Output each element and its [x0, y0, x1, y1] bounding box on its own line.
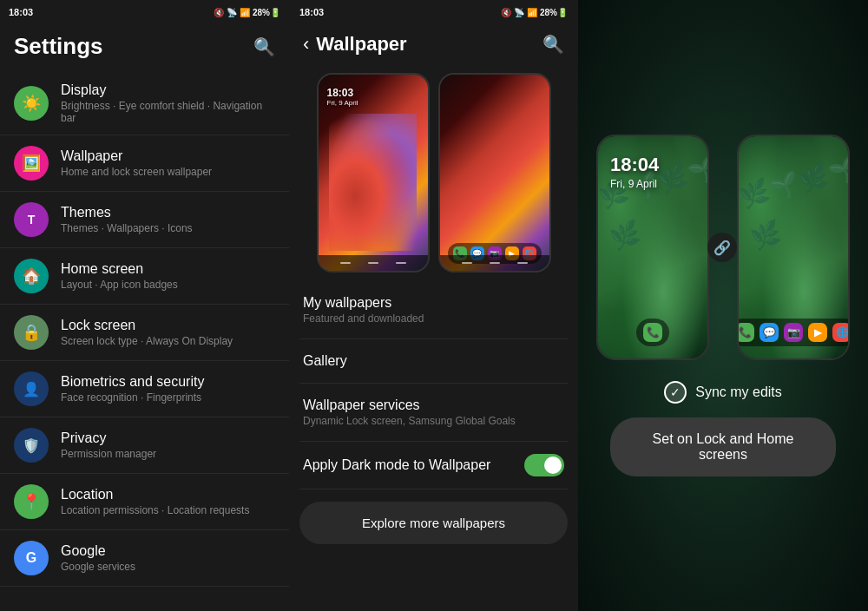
dark-mode-toggle[interactable]	[524, 454, 564, 476]
search-icon-settings[interactable]: 🔍	[253, 36, 275, 57]
big-home-preview[interactable]: 📞 💬 📷 ▶ 🌐	[737, 135, 850, 360]
big-home-dock-1: 📞	[737, 323, 754, 342]
privacy-subtitle: Permission manager	[61, 448, 275, 460]
nav-dot	[490, 262, 500, 264]
home-preview-inner: 📞 💬 📷 ▶ 🌐	[440, 75, 549, 271]
settings-item-wallpaper[interactable]: 🖼️ Wallpaper Home and lock screen wallpa…	[0, 135, 289, 192]
option-wallpaper-services[interactable]: Wallpaper services Dynamic Lock screen, …	[299, 384, 568, 442]
home-screen-text: Home screen Layout · App icon badges	[61, 261, 275, 291]
option-my-wallpapers[interactable]: My wallpapers Featured and downloaded	[299, 281, 568, 339]
lock-preview-time: 18:03 Fri, 9 April	[327, 87, 358, 107]
themes-subtitle: Themes · Wallpapers · Icons	[61, 222, 275, 234]
nav-dot	[517, 262, 528, 264]
themes-icon: T	[14, 202, 49, 237]
settings-title: Settings	[14, 33, 103, 60]
location-title: Location	[61, 487, 275, 503]
status-time-1: 18:03	[9, 7, 33, 17]
gallery-title: Gallery	[303, 353, 564, 369]
biometrics-subtitle: Face recognition · Fingerprints	[61, 391, 275, 404]
wallpaper-icon: 🖼️	[14, 146, 49, 181]
lock-screen-subtitle: Screen lock type · Always On Display	[61, 335, 275, 347]
wallpaper-header: ‹ Wallpaper 🔍	[289, 24, 578, 64]
google-title: Google	[61, 543, 275, 559]
wallpaper-subtitle: Home and lock screen wallpaper	[61, 166, 275, 178]
settings-item-location[interactable]: 📍 Location Location permissions · Locati…	[0, 474, 289, 530]
home-screen-subtitle: Layout · App icon badges	[61, 279, 275, 291]
home-screen-preview[interactable]: 📞 💬 📷 ▶ 🌐	[438, 73, 551, 273]
nav-dot	[396, 262, 406, 264]
back-button[interactable]: ‹	[303, 33, 309, 56]
display-subtitle: Brightness · Eye comfort shield · Naviga…	[61, 100, 275, 124]
privacy-text: Privacy Permission manager	[61, 430, 275, 460]
settings-item-themes[interactable]: T Themes Themes · Wallpapers · Icons	[0, 192, 289, 248]
settings-header: Settings 🔍	[0, 24, 289, 69]
wallpaper-text: Wallpaper Home and lock screen wallpaper	[61, 148, 275, 178]
settings-list: ☀️ Display Brightness · Eye comfort shie…	[0, 69, 289, 611]
big-home-dock-4: ▶	[808, 323, 827, 342]
sync-row: ✓ Sync my edits	[664, 381, 782, 404]
display-icon: ☀️	[14, 86, 49, 121]
big-lock-date: Fri, 9 April	[610, 178, 659, 190]
lock-screen-icon: 🔒	[14, 315, 49, 350]
settings-item-display[interactable]: ☀️ Display Brightness · Eye comfort shie…	[0, 72, 289, 135]
lock-screen-text: Lock screen Screen lock type · Always On…	[61, 318, 275, 347]
set-wallpaper-button[interactable]: Set on Lock and Home screens	[610, 417, 836, 476]
dark-mode-row: Apply Dark mode to Wallpaper	[299, 442, 568, 489]
option-gallery[interactable]: Gallery	[299, 339, 568, 384]
biometrics-text: Biometrics and security Face recognition…	[61, 374, 275, 404]
themes-title: Themes	[61, 205, 275, 220]
location-subtitle: Location permissions · Location requests	[61, 504, 275, 516]
location-text: Location Location permissions · Location…	[61, 487, 275, 516]
big-home-dock-5: 🌐	[832, 323, 850, 342]
home-screen-icon: 🏠	[14, 259, 49, 293]
big-lock-preview[interactable]: 18:04 Fri, 9 April 📞	[596, 135, 709, 360]
search-icon-wallpaper[interactable]: 🔍	[542, 34, 564, 55]
big-home-dock-3: 📷	[784, 323, 803, 342]
sync-label: Sync my edits	[695, 384, 782, 400]
flower-wallpaper-home	[440, 75, 549, 271]
google-icon: G	[14, 541, 49, 575]
nav-dot	[340, 262, 351, 264]
settings-item-lock-screen[interactable]: 🔒 Lock screen Screen lock type · Always …	[0, 305, 289, 361]
dark-mode-label: Apply Dark mode to Wallpaper	[303, 457, 490, 473]
display-text: Display Brightness · Eye comfort shield …	[61, 82, 275, 124]
nav-dot	[368, 262, 378, 264]
themes-text: Themes Themes · Wallpapers · Icons	[61, 205, 275, 234]
wallpaper-services-subtitle: Dynamic Lock screen, Samsung Global Goal…	[303, 415, 564, 427]
biometrics-title: Biometrics and security	[61, 374, 275, 390]
privacy-title: Privacy	[61, 430, 275, 446]
big-dock-1: 📞	[643, 323, 662, 342]
privacy-icon: 🛡️	[14, 428, 49, 463]
big-lock-time: 18:04 Fri, 9 April	[610, 154, 659, 190]
wallpaper-panel-title: Wallpaper	[316, 33, 542, 56]
google-text: Google Google services	[61, 543, 275, 573]
status-time-2: 18:03	[299, 7, 324, 17]
big-home-dock: 📞 💬 📷 ▶ 🌐	[737, 319, 850, 346]
display-title: Display	[61, 82, 275, 98]
phone-nav-home	[440, 255, 549, 271]
wallpaper-services-title: Wallpaper services	[303, 397, 564, 413]
settings-item-home-screen[interactable]: 🏠 Home screen Layout · App icon badges	[0, 248, 289, 305]
biometrics-icon: 👤	[14, 371, 49, 406]
link-icon: 🔗	[707, 233, 737, 262]
my-wallpapers-title: My wallpapers	[303, 295, 564, 311]
status-icons-2: 🔇 📡 📶 28%🔋	[501, 8, 568, 17]
my-wallpapers-subtitle: Featured and downloaded	[303, 312, 564, 325]
big-lock-bottom-bar: 📞	[636, 319, 669, 346]
lock-screen-preview[interactable]: 18:03 Fri, 9 April	[317, 73, 430, 273]
settings-item-biometrics[interactable]: 👤 Biometrics and security Face recogniti…	[0, 361, 289, 417]
big-preview-container: 18:04 Fri, 9 April 📞 🔗 📞 💬 📷 ▶ 🌐	[596, 135, 850, 360]
settings-item-google[interactable]: G Google Google services	[0, 530, 289, 587]
lock-preview-date: Fri, 9 April	[327, 99, 358, 107]
explore-wallpapers-button[interactable]: Explore more wallpapers	[299, 502, 568, 544]
settings-item-privacy[interactable]: 🛡️ Privacy Permission manager	[0, 417, 289, 474]
phone-preview-container: 18:03 Fri, 9 April 📞 💬 📷 ▶ 🌐	[289, 64, 578, 281]
status-icons-1: 🔇 📡 📶 28%🔋	[214, 8, 280, 17]
phone-nav-lock	[319, 255, 428, 271]
location-icon: 📍	[14, 484, 49, 519]
toggle-knob	[544, 457, 562, 474]
wallpaper-preview-panel: 18:04 Fri, 9 April 📞 🔗 📞 💬 📷 ▶ 🌐 ✓ Syn	[578, 0, 868, 611]
lock-screen-title: Lock screen	[61, 318, 275, 333]
sync-check-icon: ✓	[664, 381, 687, 404]
settings-panel: 18:03 🔇 📡 📶 28%🔋 Settings 🔍 ☀️ Display B…	[0, 0, 289, 611]
